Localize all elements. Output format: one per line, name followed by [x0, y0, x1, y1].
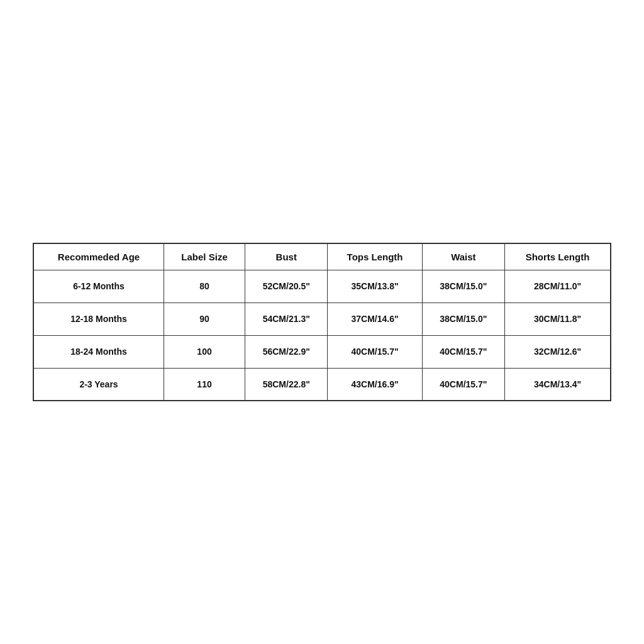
col-header-tops-length: Tops Length [328, 243, 422, 270]
cell-bust: 52CM/20.5" [245, 270, 328, 303]
col-header-waist: Waist [422, 243, 504, 270]
cell-waist: 38CM/15.0" [422, 303, 504, 335]
cell-tops-length: 35CM/13.8" [328, 270, 422, 303]
cell-age: 6-12 Months [33, 270, 164, 303]
cell-age: 2-3 Years [33, 368, 164, 401]
cell-age: 18-24 Months [33, 335, 164, 368]
cell-waist: 38CM/15.0" [422, 270, 504, 303]
size-chart-wrapper: Recommeded Age Label Size Bust Tops Leng… [33, 243, 611, 402]
cell-bust: 58CM/22.8" [245, 368, 328, 401]
cell-label-size: 80 [164, 270, 245, 303]
cell-age: 12-18 Months [33, 303, 164, 335]
cell-label-size: 100 [164, 335, 245, 368]
table-row: 6-12 Months8052CM/20.5"35CM/13.8"38CM/15… [33, 270, 611, 303]
col-header-shorts-length: Shorts Length [505, 243, 611, 270]
cell-tops-length: 40CM/15.7" [328, 335, 422, 368]
cell-label-size: 90 [164, 303, 245, 335]
col-header-age: Recommeded Age [33, 243, 164, 270]
table-header-row: Recommeded Age Label Size Bust Tops Leng… [33, 243, 611, 270]
cell-waist: 40CM/15.7" [422, 368, 504, 401]
cell-shorts-length: 34CM/13.4" [505, 368, 611, 401]
cell-tops-length: 43CM/16.9" [328, 368, 422, 401]
cell-waist: 40CM/15.7" [422, 335, 504, 368]
col-header-bust: Bust [245, 243, 328, 270]
cell-bust: 56CM/22.9" [245, 335, 328, 368]
page-container: Recommeded Age Label Size Bust Tops Leng… [0, 0, 644, 644]
cell-bust: 54CM/21.3" [245, 303, 328, 335]
size-chart-table: Recommeded Age Label Size Bust Tops Leng… [33, 243, 611, 402]
cell-shorts-length: 28CM/11.0" [505, 270, 611, 303]
cell-label-size: 110 [164, 368, 245, 401]
table-row: 12-18 Months9054CM/21.3"37CM/14.6"38CM/1… [33, 303, 611, 335]
cell-tops-length: 37CM/14.6" [328, 303, 422, 335]
col-header-label-size: Label Size [164, 243, 245, 270]
table-row: 18-24 Months10056CM/22.9"40CM/15.7"40CM/… [33, 335, 611, 368]
table-row: 2-3 Years11058CM/22.8"43CM/16.9"40CM/15.… [33, 368, 611, 401]
cell-shorts-length: 30CM/11.8" [505, 303, 611, 335]
cell-shorts-length: 32CM/12.6" [505, 335, 611, 368]
